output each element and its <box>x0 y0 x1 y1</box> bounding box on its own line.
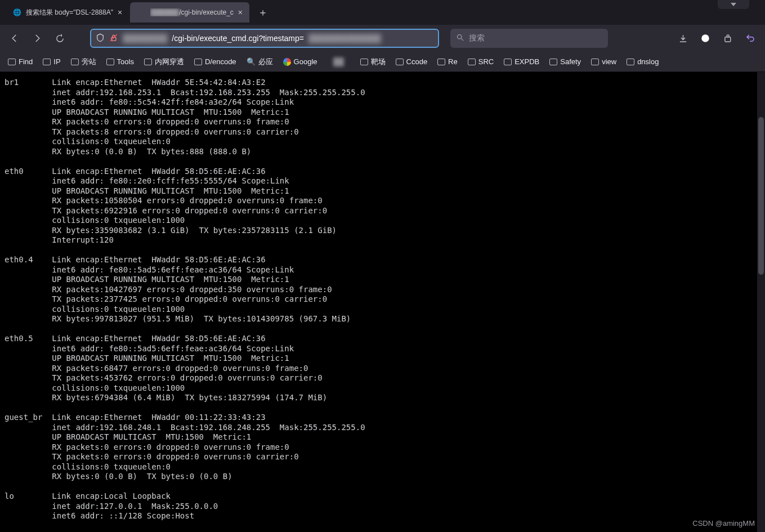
search-placeholder: 搜索 <box>469 33 485 43</box>
url-bar[interactable]: ████████ /cgi-bin/execute_cmd.cgi?timest… <box>90 29 439 48</box>
bookmark-label: Safety <box>560 57 581 66</box>
bookmark-item[interactable]: Google <box>283 57 317 66</box>
url-query: █████████████ <box>308 34 381 43</box>
bookmarks-bar: FindIP旁站Tools内网穿透D/encode🔍必应Google██靶场Cc… <box>0 52 765 72</box>
tab-title: 搜索结果 body="DSL-2888A" <box>26 8 113 17</box>
bookmark-item[interactable]: 靶场 <box>360 57 386 67</box>
folder-icon <box>194 59 202 65</box>
back-button[interactable] <box>6 29 24 47</box>
folder-icon <box>591 59 599 65</box>
bookmark-item[interactable]: 内网穿透 <box>144 57 184 67</box>
folder-icon <box>627 59 634 65</box>
bookmark-label: Re <box>448 57 458 66</box>
folder-icon <box>437 59 445 65</box>
reload-button[interactable] <box>51 29 69 47</box>
new-tab-button[interactable]: ＋ <box>254 3 272 21</box>
bookmark-label: 必应 <box>258 57 273 67</box>
bookmark-label: Find <box>19 57 33 66</box>
info-button[interactable]: i <box>696 29 714 47</box>
bookmark-label: D/encode <box>205 57 236 66</box>
folder-icon <box>8 59 16 65</box>
svg-point-2 <box>458 35 462 39</box>
bookmark-label: view <box>602 57 616 66</box>
bookmark-item[interactable]: EXPDB <box>504 57 539 66</box>
scrollbar-thumb[interactable] <box>758 117 764 275</box>
globe-icon: 🌐 <box>12 8 21 17</box>
bookmark-item[interactable]: IP <box>43 57 60 66</box>
bookmark-label: Tools <box>117 57 134 66</box>
folder-icon <box>106 59 114 65</box>
watermark-text: CSDN @amingMM <box>692 519 755 527</box>
search-icon <box>456 33 464 43</box>
close-icon[interactable]: × <box>238 8 243 17</box>
folder-icon <box>549 59 557 65</box>
bookmark-item[interactable]: Ccode <box>396 57 428 66</box>
folder-icon <box>144 59 152 65</box>
shield-icon[interactable] <box>96 33 105 44</box>
url-path: /cgi-bin/execute_cmd.cgi?timestamp= <box>172 34 304 43</box>
forward-button[interactable] <box>28 29 46 47</box>
toolbar-right: i <box>674 29 759 47</box>
bookmark-label: dnslog <box>637 57 659 66</box>
bookmark-item[interactable]: 旁站 <box>71 57 96 67</box>
bookmark-item[interactable]: Find <box>8 57 33 66</box>
bookmark-label: IP <box>53 57 60 66</box>
svg-rect-6 <box>724 37 730 42</box>
bookmark-item[interactable]: dnslog <box>627 57 659 66</box>
bookmark-label: 旁站 <box>82 57 96 67</box>
url-host: ████████ <box>123 34 167 43</box>
bookmark-label: SRC <box>478 57 494 66</box>
bookmark-label: 靶场 <box>371 57 386 67</box>
downloads-button[interactable] <box>674 29 692 47</box>
folder-icon <box>468 59 476 65</box>
google-icon <box>283 58 291 66</box>
vertical-scrollbar[interactable] <box>757 72 765 532</box>
svg-text:i: i <box>705 35 706 42</box>
window-indicator[interactable] <box>718 0 749 9</box>
bookmark-item[interactable]: ██ <box>328 57 350 66</box>
tab-1[interactable]: 🌐 搜索结果 body="DSL-2888A" × <box>6 2 129 23</box>
bookmark-label: EXPDB <box>515 57 539 66</box>
globe-icon <box>137 8 146 17</box>
search-icon: 🔍 <box>247 57 256 66</box>
bookmark-item[interactable]: SRC <box>468 57 494 66</box>
bookmark-item[interactable]: Re <box>437 57 458 66</box>
svg-rect-7 <box>727 35 729 37</box>
nav-toolbar: ████████ /cgi-bin/execute_cmd.cgi?timest… <box>0 25 765 52</box>
page-content: br1 Link encap:Ethernet HWaddr 5E:54:42:… <box>0 72 765 532</box>
bookmark-item[interactable]: 🔍必应 <box>247 57 273 67</box>
tab-bar: 🌐 搜索结果 body="DSL-2888A" × ██████/cgi-bin… <box>0 0 765 25</box>
folder-icon <box>360 59 368 65</box>
bookmark-item[interactable]: Tools <box>106 57 134 66</box>
bookmark-item[interactable]: D/encode <box>194 57 236 66</box>
bookmark-label: Google <box>294 57 317 66</box>
tab-title: ██████/cgi-bin/execute_c <box>150 8 234 16</box>
bookmark-label: ██ <box>328 57 350 66</box>
bookmark-label: 内网穿透 <box>155 57 184 67</box>
folder-icon <box>43 59 51 65</box>
lock-warning-icon[interactable] <box>109 33 118 44</box>
folder-icon <box>71 59 79 65</box>
bookmark-label: Ccode <box>406 57 428 66</box>
tab-2[interactable]: ██████/cgi-bin/execute_c × <box>130 2 249 23</box>
undo-button[interactable] <box>741 29 759 47</box>
extension-button[interactable] <box>719 29 737 47</box>
folder-icon <box>504 59 512 65</box>
search-box[interactable]: 搜索 <box>450 29 608 48</box>
bookmark-item[interactable]: view <box>591 57 616 66</box>
bookmark-item[interactable]: Safety <box>549 57 581 66</box>
close-icon[interactable]: × <box>118 8 122 17</box>
folder-icon <box>396 59 404 65</box>
svg-line-3 <box>461 38 463 41</box>
